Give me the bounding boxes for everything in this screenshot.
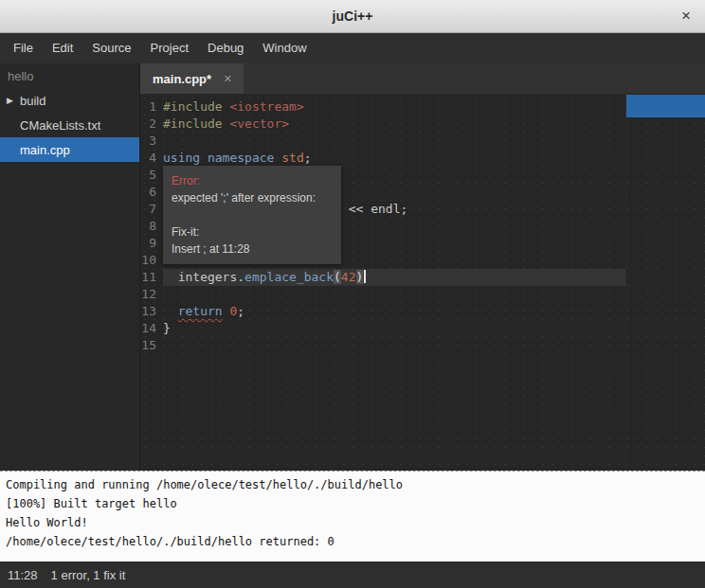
output-line: Compiling and running /home/olece/test/h… <box>6 475 699 494</box>
code-line: 13 return 0; <box>140 303 625 320</box>
code-text: using namespace std; <box>163 150 625 167</box>
line-number: 11 <box>140 269 163 286</box>
code-token: #include <box>163 116 229 131</box>
code-text: } <box>163 320 625 337</box>
diagnostic-tooltip: Error:expected ';' after expression: Fix… <box>163 166 341 264</box>
code-text: #include <iostream> <box>163 98 625 116</box>
code-token: integers. <box>163 270 244 284</box>
tab-main-cpp-[interactable]: main.cpp*× <box>140 63 244 94</box>
code-token: #include <box>163 99 229 114</box>
tab-close-icon[interactable]: × <box>224 71 231 86</box>
code-line: 15 <box>140 337 625 354</box>
code-token: ; <box>304 151 312 165</box>
code-line: 3 <box>140 133 625 150</box>
code-text: integers.emplace_back(42) <box>163 269 625 286</box>
line-number: 9 <box>140 235 163 252</box>
code-text: return 0; <box>163 303 625 320</box>
line-number: 1 <box>140 98 163 116</box>
tree-item-label: CMakeLists.txt <box>20 118 100 133</box>
sidebar-item-build[interactable]: ▶build <box>0 88 139 113</box>
window-close-icon[interactable]: × <box>676 0 696 33</box>
tooltip-error-label: Error: <box>172 172 333 189</box>
menu-item-project[interactable]: Project <box>141 33 198 63</box>
cursor-position: 11:28 <box>8 568 38 582</box>
sidebar-item-cmakelists-txt[interactable]: CMakeLists.txt <box>0 113 139 137</box>
menu-item-debug[interactable]: Debug <box>198 33 253 63</box>
app-window: juCi++ × FileEditSourceProjectDebugWindo… <box>0 0 705 588</box>
line-number: 3 <box>140 133 163 150</box>
diagnostics-summary: 1 error, 1 fix it <box>51 568 126 582</box>
tree-item-label: build <box>20 94 45 108</box>
tooltip-line: expected ';' after expression: <box>172 189 333 206</box>
code-token: << endl; <box>341 202 407 216</box>
tab-label: main.cpp* <box>153 72 211 86</box>
code-token <box>163 304 178 318</box>
line-number: 14 <box>140 320 163 337</box>
expander-icon[interactable]: ▶ <box>7 96 20 105</box>
tooltip-line <box>172 206 333 223</box>
code-token: 42 <box>341 270 356 284</box>
file-tree: ▶buildCMakeLists.txtmain.cpp <box>0 88 139 162</box>
menu-item-source[interactable]: Source <box>82 33 140 63</box>
code-text <box>163 286 625 303</box>
line-number: 15 <box>140 337 163 354</box>
code-editor[interactable]: 1#include <iostream>2#include <vector>34… <box>140 94 705 471</box>
code-token: } <box>163 321 171 335</box>
line-number: 7 <box>140 201 163 218</box>
main-area: hello ▶buildCMakeLists.txtmain.cpp main.… <box>0 63 705 471</box>
code-line: 1#include <iostream> <box>140 98 625 116</box>
sidebar-item-main-cpp[interactable]: main.cpp <box>0 137 139 162</box>
file-tree-sidebar: hello ▶buildCMakeLists.txtmain.cpp <box>0 63 140 471</box>
line-number: 2 <box>140 116 163 133</box>
project-name: hello <box>0 63 139 88</box>
code-token: <vector> <box>229 116 289 131</box>
line-number: 12 <box>140 286 163 303</box>
text-cursor <box>364 270 366 283</box>
code-token: return <box>178 304 223 318</box>
output-terminal-panel[interactable]: Compiling and running /home/olece/test/h… <box>0 471 705 561</box>
minimap-viewport-slider[interactable] <box>626 95 705 117</box>
code-text <box>163 337 625 354</box>
code-line: 14} <box>140 320 625 337</box>
line-number: 6 <box>140 184 163 201</box>
menu-item-window[interactable]: Window <box>253 33 316 63</box>
menubar: FileEditSourceProjectDebugWindow <box>0 33 705 63</box>
line-number: 8 <box>140 218 163 235</box>
statusbar: 11:28 1 error, 1 fix it <box>0 561 705 588</box>
code-token: emplace_back <box>244 270 334 284</box>
tabbar: main.cpp*× <box>140 63 705 94</box>
code-token: ( <box>334 270 341 284</box>
code-line: 11 integers.emplace_back(42) <box>140 269 625 286</box>
tooltip-line: Fix-it: <box>172 223 333 241</box>
tree-item-label: main.cpp <box>20 143 70 157</box>
editor-area: main.cpp*× 1#include <iostream>2#include… <box>140 63 705 471</box>
code-line: 12 <box>140 286 625 303</box>
output-line: /home/olece/test/hello/./build/hello ret… <box>6 532 699 551</box>
code-text <box>163 133 625 150</box>
code-token: std <box>281 151 303 165</box>
code-token: <iostream> <box>229 99 303 114</box>
tooltip-line: Insert ; at 11:28 <box>172 241 333 258</box>
code-line: 4using namespace std; <box>140 150 625 167</box>
code-text: #include <vector> <box>163 116 625 133</box>
code-token: using namespace <box>163 151 274 165</box>
code-token: ) <box>356 270 364 284</box>
menu-item-file[interactable]: File <box>4 33 43 63</box>
line-number: 10 <box>140 252 163 269</box>
output-line: [100%] Built target hello <box>6 494 699 513</box>
titlebar: juCi++ × <box>0 0 705 33</box>
code-token: ; <box>237 304 244 318</box>
window-title: juCi++ <box>0 0 705 32</box>
menu-item-edit[interactable]: Edit <box>43 33 82 63</box>
line-number: 13 <box>140 303 163 320</box>
code-line: 2#include <vector> <box>140 116 625 133</box>
output-line: Hello World! <box>6 513 699 532</box>
line-number: 5 <box>140 167 163 184</box>
minimap[interactable] <box>625 94 705 471</box>
line-number: 4 <box>140 150 163 167</box>
